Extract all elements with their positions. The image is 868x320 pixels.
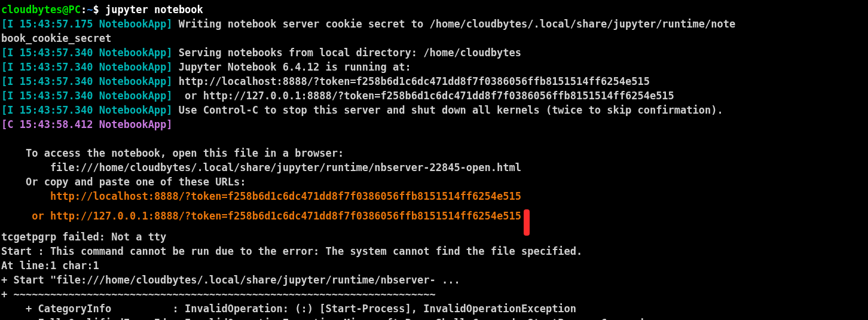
prompt-sep1: : (81, 4, 87, 16)
log-tag: [I 15:43:57.340 NotebookApp] (1, 90, 173, 102)
file-url: file:///home/cloudbytes/.local/share/jup… (1, 161, 521, 173)
log-msg: http://localhost:8888/?token=f258b6d1c6d… (173, 75, 650, 87)
prompt-cwd: ~ (87, 4, 93, 16)
log-tag: [I 15:43:57.340 NotebookApp] (1, 47, 173, 59)
cursor-block (524, 209, 530, 236)
info-line: Or copy and paste one of these URLs: (1, 176, 246, 188)
prompt-user-host: cloudbytes@PC (1, 4, 81, 16)
error-line: tcgetpgrp failed: Not a tty (1, 231, 166, 243)
or-text: or (32, 210, 44, 222)
error-line: + ~~~~~~~~~~~~~~~~~~~~~~~~~~~~~~~~~~~~~~… (1, 288, 436, 300)
error-line: Start : This command cannot be run due t… (1, 245, 582, 257)
info-line: To access the notebook, open this file i… (1, 147, 344, 159)
log-msg: Serving notebooks from local directory: … (173, 47, 521, 59)
log-tag: [I 15:43:57.340 NotebookApp] (1, 61, 173, 73)
log-tag-critical: [C 15:43:58.412 NotebookApp] (1, 118, 173, 130)
log-msg: Writing notebook server cookie secret to… (173, 18, 736, 30)
indent (1, 210, 32, 222)
indent (1, 190, 50, 202)
error-line: At line:1 char:1 (1, 260, 99, 272)
log-tag: [I 15:43:57.340 NotebookApp] (1, 104, 173, 116)
error-id: + FullyQualifiedErrorId : InvalidOperati… (1, 317, 644, 320)
terminal-output[interactable]: cloudbytes@PC:~$ jupyter notebook [I 15:… (0, 0, 868, 320)
log-msg: Use Control-C to stop this server and sh… (173, 104, 723, 116)
prompt-sep2: $ (93, 4, 99, 16)
notebook-url-link[interactable]: http://127.0.0.1:8888/?token=f258b6d1c6d… (50, 210, 521, 222)
notebook-url-link[interactable]: http://localhost:8888/?token=f258b6d1c6d… (50, 190, 521, 202)
error-line: + Start "file:///home/cloudbytes/.local/… (1, 274, 460, 286)
log-msg: or http://127.0.0.1:8888/?token=f258b6d1… (173, 90, 674, 102)
log-tag: [I 15:43:57.340 NotebookApp] (1, 75, 173, 87)
log-msg: Jupyter Notebook 6.4.12 is running at: (173, 61, 411, 73)
command-text: jupyter notebook (105, 4, 203, 16)
error-category: + CategoryInfo : InvalidOperation: (:) [… (1, 303, 576, 315)
log-tag: [I 15:43:57.175 NotebookApp] (1, 18, 173, 30)
space (44, 210, 50, 222)
log-msg: book_cookie_secret (1, 32, 111, 44)
